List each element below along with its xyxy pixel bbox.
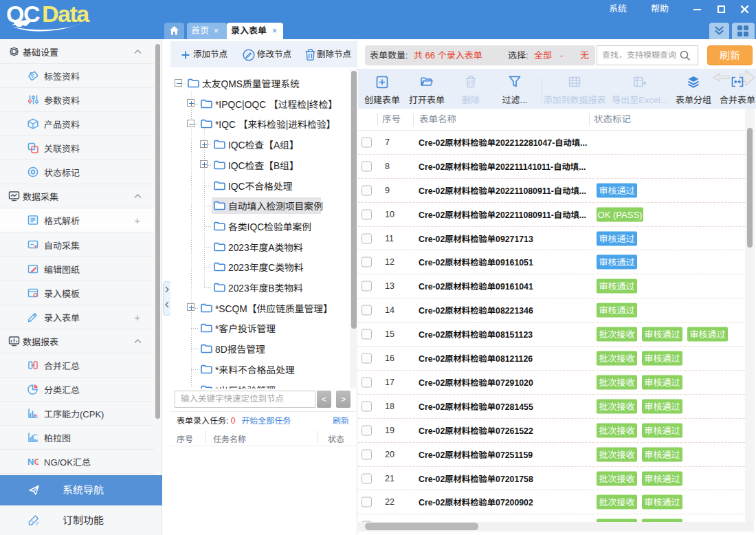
svg-text:Data: Data xyxy=(42,1,90,27)
svg-text:NG: NG xyxy=(27,457,38,467)
